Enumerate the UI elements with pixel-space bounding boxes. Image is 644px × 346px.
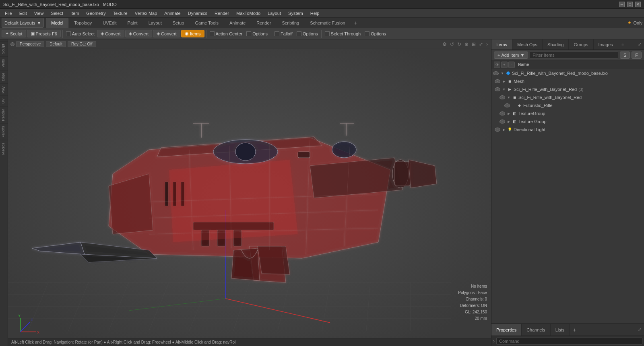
menu-item-texture[interactable]: Texture — [110, 10, 131, 16]
menu-item-file[interactable]: File — [2, 10, 15, 16]
tree-item-4[interactable]: ·▼◼Sci_Fi_Rifle_with_Bayonet_Red — [491, 93, 644, 101]
panel-tab-images[interactable]: Images — [594, 39, 618, 49]
layout-tab-scripting[interactable]: Scripting — [277, 18, 304, 28]
perspective-button[interactable]: Perspective — [16, 41, 44, 47]
filter-s-button[interactable]: S — [620, 51, 630, 59]
bottom-panel-expand-button[interactable]: ⤢ — [636, 324, 644, 336]
options3-checkbox[interactable]: Options — [363, 31, 388, 36]
command-input[interactable] — [496, 338, 642, 345]
add-layout-tab-button[interactable]: + — [351, 18, 361, 28]
raygl-button[interactable]: Ray GL: Off — [68, 41, 96, 47]
sidebar-tab-sculpt[interactable]: Sculpt — [0, 41, 8, 56]
add-item-button[interactable]: +Add Item▼ — [494, 51, 528, 59]
menu-item-help[interactable]: Help — [307, 10, 323, 16]
tree-arrow[interactable]: ▶ — [502, 128, 506, 132]
items-button[interactable]: ◉Items — [181, 30, 204, 37]
menu-item-vertex-map[interactable]: Vertex Map — [132, 10, 161, 16]
visibility-icon[interactable]: · — [504, 103, 510, 107]
tree-item-7[interactable]: ·▶◧Texture Group — [491, 117, 644, 126]
sidebar-tab-falloffs[interactable]: Falloffs — [0, 123, 8, 140]
menu-item-item[interactable]: Item — [67, 10, 82, 16]
panel-tab-shading[interactable]: Shading — [543, 39, 569, 49]
falloff-checkbox[interactable]: Falloff — [273, 31, 294, 36]
convert3-button[interactable]: ◈Convert — [153, 30, 180, 37]
minimize-button[interactable]: ─ — [619, 2, 625, 7]
remove-col-btn[interactable]: − — [508, 62, 515, 68]
zoom-icon[interactable]: ⊕ — [464, 41, 469, 47]
tree-arrow[interactable]: ▼ — [502, 87, 506, 91]
select-through-checkbox[interactable]: Select Through — [323, 31, 362, 36]
menu-item-render[interactable]: Render — [211, 10, 232, 16]
add-panel-tab-button[interactable]: + — [618, 39, 628, 49]
convert2-button[interactable]: ◈Convert — [125, 30, 153, 37]
filter-items-input[interactable] — [530, 51, 618, 59]
default-button[interactable]: Default — [46, 41, 66, 47]
menu-item-select[interactable]: Select — [47, 10, 66, 16]
tree-arrow[interactable]: ▶ — [502, 79, 506, 83]
chevron-icon[interactable]: › — [485, 41, 489, 47]
sculpt-button[interactable]: ✦Sculpt — [2, 30, 26, 37]
menu-item-view[interactable]: View — [31, 10, 47, 16]
tree-arrow[interactable]: ▶ — [507, 119, 511, 124]
tree-item-5[interactable]: · ◆Futuristic_Rifle — [491, 101, 644, 109]
layout-tab-topology[interactable]: Topology — [69, 18, 97, 28]
maximize-button[interactable]: □ — [627, 2, 633, 7]
sidebar-tab-uv[interactable]: UV — [0, 96, 8, 106]
tree-item-3[interactable]: ·▼▶Sci_Fi_Rifle_with_Bayonet_Red(3) — [491, 85, 644, 93]
tree-arrow[interactable]: ▼ — [500, 71, 504, 75]
menu-item-maxtomodo[interactable]: MaxToModo — [233, 10, 264, 16]
layout-tab-render[interactable]: Render — [251, 18, 276, 28]
undo-view-icon[interactable]: ↺ — [449, 41, 455, 47]
visibility-icon[interactable]: · — [495, 79, 500, 83]
visibility-toggle-btn[interactable]: 👁 — [494, 62, 500, 68]
panel-tab-mesh-ops[interactable]: Mesh Ops — [512, 39, 543, 49]
menu-item-dynamics[interactable]: Dynamics — [185, 10, 211, 16]
close-button[interactable]: ✕ — [635, 2, 641, 7]
auto-select-checkbox[interactable]: Auto Select — [64, 31, 96, 36]
tree-item-8[interactable]: ·▶💡Directional Light — [491, 126, 644, 134]
add-col-btn[interactable]: + — [501, 62, 508, 68]
bottom-tab-properties[interactable]: Properties — [491, 324, 522, 336]
visibility-icon[interactable]: · — [500, 111, 505, 115]
bottom-tab-channels[interactable]: Channels — [522, 324, 550, 336]
visibility-icon[interactable]: · — [500, 95, 505, 99]
layout-tab-model[interactable]: Model — [46, 18, 68, 28]
menu-item-animate[interactable]: Animate — [161, 10, 184, 16]
menu-item-layout[interactable]: Layout — [264, 10, 284, 16]
visibility-icon[interactable]: · — [495, 87, 500, 91]
panel-expand-button[interactable]: ⤢ — [636, 39, 644, 49]
sidebar-tab-macros[interactable]: Macros — [0, 140, 8, 157]
tree-item-6[interactable]: ·▶◧TextureGroup — [491, 109, 644, 117]
visibility-icon[interactable]: · — [500, 119, 505, 124]
layout-tab-uvedit[interactable]: UVEdit — [97, 18, 122, 28]
viewport[interactable]: No Items Polygons : Face Channels: 0 Def… — [8, 49, 491, 346]
layout-tab-animate[interactable]: Animate — [224, 18, 251, 28]
add-bottom-tab-button[interactable]: + — [570, 324, 579, 336]
convert1-button[interactable]: ◈Convert — [97, 30, 124, 37]
star-only-toggle[interactable]: ★ Only — [627, 18, 642, 28]
presets-button[interactable]: ▣Presets F6 — [27, 30, 61, 37]
visibility-icon[interactable]: · — [495, 128, 500, 132]
tree-arrow[interactable]: ▶ — [507, 111, 511, 115]
redo-view-icon[interactable]: ↻ — [456, 41, 462, 47]
menu-item-geometry[interactable]: Geometry — [83, 10, 109, 16]
tree-arrow[interactable]: ▼ — [507, 95, 511, 99]
cmd-arrow-icon[interactable]: › — [493, 338, 495, 344]
tree-item-2[interactable]: ·▶◼Mesh — [491, 77, 644, 85]
tree-item-1[interactable]: ·▼🔷Sci_Fi_Rifle_with_Bayonet_Red_modo_ba… — [491, 69, 644, 77]
default-layouts-dropdown[interactable]: Default Layouts ▼ — [2, 18, 44, 28]
panel-tab-items[interactable]: Items — [491, 39, 512, 49]
sidebar-tab-poly[interactable]: Poly — [0, 84, 8, 96]
sidebar-tab-edge[interactable]: Edge — [0, 70, 8, 84]
visibility-icon[interactable]: · — [493, 71, 499, 75]
fit-icon[interactable]: ⊞ — [471, 41, 477, 47]
settings-icon[interactable]: ⚙ — [442, 41, 448, 47]
layout-tab-game-tools[interactable]: Game Tools — [190, 18, 224, 28]
layout-tab-schematic-fusion[interactable]: Schematic Fusion — [305, 18, 350, 28]
bottom-tab-lists[interactable]: Lists — [551, 324, 570, 336]
panel-tab-groups[interactable]: Groups — [569, 39, 593, 49]
layout-tab-paint[interactable]: Paint — [122, 18, 143, 28]
menu-item-system[interactable]: System — [285, 10, 306, 16]
sidebar-tab-verts[interactable]: Verts — [0, 56, 8, 70]
sidebar-tab-render[interactable]: Render — [0, 106, 8, 124]
